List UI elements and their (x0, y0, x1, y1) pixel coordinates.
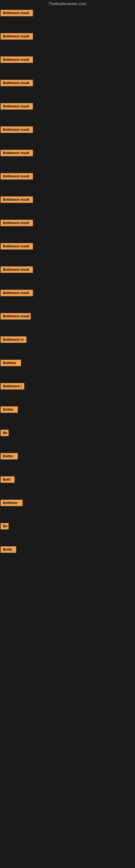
bottleneck-row: Bottleneck result (0, 148, 135, 171)
bottleneck-row: Bottlenec (0, 497, 135, 521)
bottleneck-badge[interactable]: Bottleneck result (1, 10, 33, 16)
bottleneck-row: Bottleneck result (0, 54, 135, 78)
bottleneck-badge[interactable]: Bottleneck result (1, 173, 33, 180)
bottleneck-row: Bottle (0, 544, 135, 567)
bottleneck-badge[interactable]: Bottle (1, 546, 16, 553)
bottleneck-badge[interactable]: Bottleneck result (1, 103, 33, 110)
bottleneck-row: Bottleneck r (0, 381, 135, 404)
bottleneck-badge[interactable]: Bottler (1, 406, 18, 413)
bottleneck-row: Bottleneck result (0, 241, 135, 264)
bottleneck-badge[interactable]: Bottleneck re (1, 336, 27, 343)
bottleneck-row: Bottleneck result (0, 287, 135, 311)
bottleneck-row: Bo (0, 428, 135, 451)
bottleneck-row: Bottleneck result (0, 194, 135, 218)
bottleneck-row: Bottl (0, 474, 135, 497)
bottleneck-row: Bottlene (0, 358, 135, 381)
bottleneck-badge[interactable]: Bottleneck result (1, 220, 33, 226)
bottleneck-badge[interactable]: Bottler (1, 453, 18, 460)
bottleneck-row: Bottleneck result (0, 218, 135, 241)
bottleneck-row: Bottler (0, 451, 135, 474)
bottleneck-badge[interactable]: Bottleneck result (1, 56, 33, 63)
bottleneck-badge[interactable]: Bottlene (1, 360, 21, 366)
bottleneck-row: Bottleneck result (0, 171, 135, 194)
bottleneck-row: Bottleneck result (0, 124, 135, 148)
page-container: TheBottlenecker.com Bottleneck resultBot… (0, 0, 135, 567)
bottleneck-badge[interactable]: Bottleneck result (1, 80, 33, 86)
bottleneck-row: Bottleneck result (0, 8, 135, 31)
bottleneck-badge[interactable]: Bottleneck result (1, 313, 31, 319)
bottleneck-badge[interactable]: Bo (1, 523, 9, 529)
bottleneck-badge[interactable]: Bottleneck result (1, 267, 33, 273)
bottleneck-badge[interactable]: Bo (1, 430, 9, 436)
bottleneck-row: Bottleneck re (0, 334, 135, 358)
site-title: TheBottlenecker.com (0, 0, 135, 8)
bottleneck-badge[interactable]: Bottl (1, 476, 14, 483)
bottleneck-row: Bottleneck result (0, 264, 135, 287)
bottleneck-badge[interactable]: Bottleneck result (1, 243, 33, 250)
bottleneck-badge[interactable]: Bottleneck result (1, 126, 33, 133)
bottleneck-row: Bottler (0, 404, 135, 428)
bottleneck-row: Bottleneck result (0, 311, 135, 334)
bottleneck-badge[interactable]: Bottlenec (1, 500, 23, 506)
bottleneck-row: Bottleneck result (0, 78, 135, 101)
bottleneck-row: Bo (0, 521, 135, 544)
bottleneck-badge[interactable]: Bottleneck r (1, 383, 24, 390)
bottleneck-badge[interactable]: Bottleneck result (1, 150, 33, 156)
bottleneck-badge[interactable]: Bottleneck result (1, 33, 33, 40)
bottleneck-badge[interactable]: Bottleneck result (1, 196, 33, 203)
bottleneck-row: Bottleneck result (0, 101, 135, 124)
bottleneck-row: Bottleneck result (0, 31, 135, 54)
bottleneck-badge[interactable]: Bottleneck result (1, 290, 33, 296)
